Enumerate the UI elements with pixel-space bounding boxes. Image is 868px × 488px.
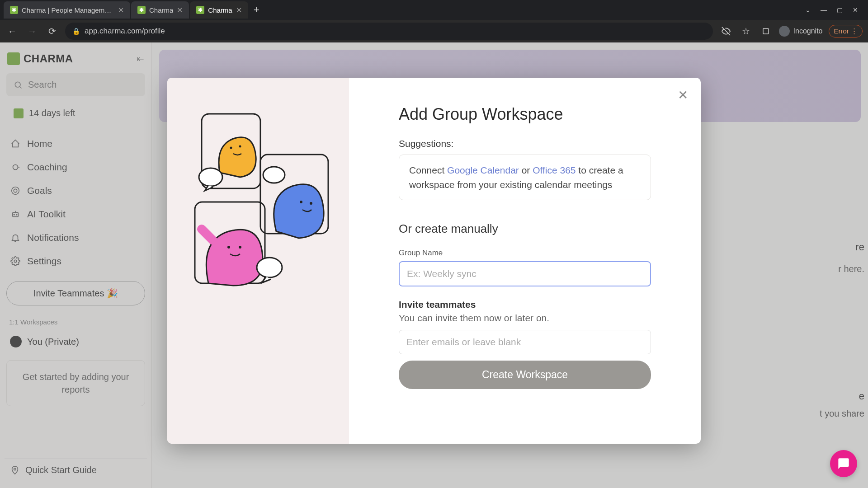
add-group-workspace-modal: ✕ [167,78,701,444]
manual-create-heading: Or create manually [399,222,651,236]
group-illustration [177,105,340,295]
eye-off-icon[interactable] [719,24,733,38]
chevron-down-icon[interactable]: ⌄ [805,6,811,14]
svg-point-17 [263,167,285,183]
browser-tab[interactable]: ✱ Charma | People Management S ✕ [4,1,130,19]
invite-teammates-heading: Invite teammates [399,299,651,310]
url-bar: ← → ⟳ 🔒 app.charma.com/profile ☆ Incogni… [0,20,868,42]
svg-point-16 [310,202,312,205]
browser-tab-active[interactable]: ✱ Charma ✕ [190,1,248,19]
tab-title: Charma [149,6,173,14]
incognito-label: Incognito [793,27,823,35]
group-name-input[interactable] [399,261,651,286]
url-text: app.charma.com/profile [85,27,165,36]
close-icon[interactable]: ✕ [177,6,183,14]
modal-form-panel: Add Group Workspace Suggestions: Connect… [349,78,701,444]
intercom-launcher[interactable] [830,450,857,477]
office-365-link[interactable]: Office 365 [533,165,576,175]
svg-point-13 [199,168,222,186]
google-calendar-link[interactable]: Google Calendar [447,165,519,175]
minimize-icon[interactable]: — [821,6,827,14]
star-icon[interactable]: ☆ [739,24,753,38]
browser-chrome: ✱ Charma | People Management S ✕ ✱ Charm… [0,0,868,42]
tab-title: Charma | People Management S [22,6,114,14]
svg-point-12 [239,145,241,148]
modal-title: Add Group Workspace [399,105,651,124]
forward-button[interactable]: → [25,24,39,38]
invite-teammates-subtext: You can invite them now or later on. [399,313,651,324]
close-modal-button[interactable]: ✕ [678,88,688,103]
favicon-icon: ✱ [10,6,18,14]
svg-point-20 [239,246,241,249]
group-name-label: Group Name [399,249,651,258]
tab-title: Charma [208,6,232,14]
back-button[interactable]: ← [5,24,19,38]
svg-point-19 [227,246,230,249]
error-badge[interactable]: Error ⋮ [829,25,863,38]
incognito-icon [779,26,790,37]
favicon-icon: ✱ [196,6,204,14]
maximize-icon[interactable]: ▢ [837,6,843,14]
chat-icon [837,457,850,470]
app-root: CHARMA ⇤ Search 14 days left Home Coachi… [0,42,868,488]
extension-icon[interactable] [759,24,773,38]
favicon-icon: ✱ [137,6,146,14]
close-icon[interactable]: ✕ [118,6,124,14]
modal-illustration-panel [167,78,349,444]
close-window-icon[interactable]: ✕ [853,6,858,14]
suggestions-label: Suggestions: [399,138,651,149]
new-tab-button[interactable]: + [249,4,264,16]
window-controls: ⌄ — ▢ ✕ [805,6,864,14]
svg-point-21 [257,258,282,277]
modal-overlay[interactable]: ✕ [0,42,868,488]
incognito-badge: Incognito [779,26,823,37]
svg-point-15 [300,201,302,203]
reload-button[interactable]: ⟳ [45,24,59,38]
svg-point-11 [230,147,232,149]
close-icon[interactable]: ✕ [236,6,242,14]
invite-emails-input[interactable] [399,330,651,354]
browser-tab[interactable]: ✱ Charma ✕ [131,1,189,19]
svg-rect-0 [763,28,769,34]
create-workspace-button[interactable]: Create Workspace [399,361,651,389]
calendar-suggestion-box: Connect Google Calendar or Office 365 to… [399,155,651,200]
lock-icon: 🔒 [72,28,80,35]
tab-bar: ✱ Charma | People Management S ✕ ✱ Charm… [0,0,868,20]
address-bar[interactable]: 🔒 app.charma.com/profile [65,23,713,40]
